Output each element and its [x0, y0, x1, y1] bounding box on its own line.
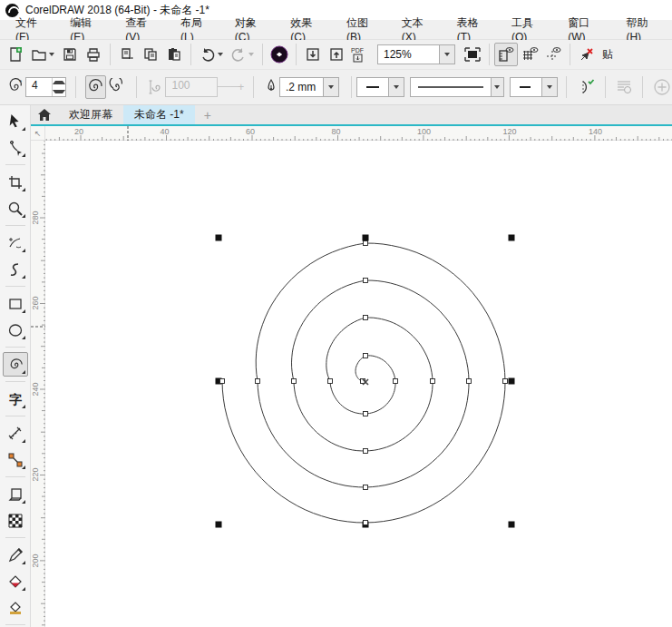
- new-document-tab-button[interactable]: +: [195, 105, 220, 124]
- zoom-level-dropdown[interactable]: [439, 45, 454, 64]
- zoom-tool[interactable]: [3, 196, 28, 220]
- top-ruler-label: 120: [502, 127, 516, 136]
- left-ruler[interactable]: 280260240220200: [31, 141, 45, 627]
- curve-node[interactable]: [394, 379, 398, 384]
- dimension-tool[interactable]: [3, 421, 28, 446]
- spiral-revolutions-value[interactable]: 4: [26, 78, 52, 96]
- arrow-start-dropdown[interactable]: [388, 78, 404, 96]
- left-ruler-label: 200: [31, 554, 40, 567]
- logarithmic-spiral-button[interactable]: [106, 75, 127, 99]
- toggle-rulers-button[interactable]: [494, 43, 518, 66]
- selection-handle[interactable]: [509, 522, 515, 528]
- arrow-start-combo[interactable]: [356, 77, 404, 97]
- outline-width-combo[interactable]: .2 mm: [279, 77, 339, 97]
- selection-handle[interactable]: [216, 522, 222, 528]
- undo-dropdown-arrow[interactable]: [218, 53, 223, 56]
- revolutions-down-button[interactable]: [53, 87, 65, 96]
- smart-fill-tool[interactable]: [3, 595, 28, 620]
- top-ruler-label: 40: [160, 127, 169, 136]
- toggle-grid-button[interactable]: [518, 43, 541, 66]
- spiral-object[interactable]: [45, 141, 672, 627]
- curve-node[interactable]: [364, 354, 368, 358]
- line-style-dropdown[interactable]: [491, 78, 503, 96]
- spiral-revolutions-spinbox[interactable]: 4: [25, 77, 66, 97]
- selection-handle[interactable]: [509, 378, 515, 385]
- selection-handle[interactable]: [509, 235, 515, 241]
- text-tool[interactable]: 字: [3, 387, 28, 411]
- top-ruler[interactable]: 20406080100120140: [45, 126, 672, 141]
- top-ruler-label: 60: [246, 127, 255, 136]
- outline-width-dropdown[interactable]: [323, 78, 338, 96]
- curve-node[interactable]: [364, 449, 368, 454]
- drop-shadow-tool[interactable]: [3, 482, 28, 506]
- freehand-tool[interactable]: [3, 230, 28, 255]
- app-window: CorelDRAW 2018 (64-Bit) - 未命名 -1* 文件(F)编…: [0, 0, 672, 627]
- curve-node[interactable]: [364, 521, 368, 525]
- curve-node[interactable]: [256, 379, 260, 384]
- curve-node[interactable]: [364, 241, 368, 246]
- selection-handle[interactable]: [216, 235, 222, 241]
- connector-tool[interactable]: [3, 447, 28, 472]
- bspline-tool[interactable]: [3, 257, 28, 281]
- eyedropper-tool[interactable]: [3, 543, 28, 567]
- ruler-origin-button[interactable]: ↖: [31, 126, 45, 141]
- undo-button[interactable]: [196, 43, 227, 66]
- rectangle-tool[interactable]: [3, 291, 28, 316]
- revolutions-up-button[interactable]: [53, 78, 65, 87]
- fullscreen-preview-button[interactable]: [461, 43, 484, 66]
- print-button[interactable]: [82, 43, 105, 66]
- shape-tool[interactable]: [3, 135, 28, 160]
- wrap-text-button[interactable]: [614, 75, 635, 99]
- curve-node[interactable]: [364, 316, 368, 320]
- search-content-button[interactable]: [268, 43, 291, 66]
- paste-button[interactable]: [162, 43, 186, 66]
- interactive-fill-tool[interactable]: [3, 569, 28, 593]
- line-style-combo[interactable]: [410, 77, 504, 97]
- curve-node[interactable]: [364, 279, 368, 283]
- pick-tool[interactable]: [3, 109, 28, 133]
- redo-dropdown-arrow[interactable]: [248, 53, 254, 56]
- curve-node[interactable]: [467, 379, 472, 384]
- zoom-level-combo[interactable]: 125%: [377, 44, 455, 64]
- left-ruler-label: 260: [31, 297, 40, 310]
- close-curve-button[interactable]: [575, 75, 597, 99]
- crop-tool[interactable]: [3, 170, 28, 194]
- zoom-level-value: 125%: [378, 48, 439, 61]
- document-tab-bar: 欢迎屏幕 未命名 -1* +: [31, 105, 672, 126]
- curve-node[interactable]: [328, 379, 333, 384]
- save-button[interactable]: [58, 43, 82, 66]
- toggle-guidelines-button[interactable]: [541, 43, 565, 66]
- ellipse-tool[interactable]: [3, 318, 28, 342]
- snap-off-button[interactable]: [575, 43, 599, 66]
- home-tab-button[interactable]: [31, 105, 58, 124]
- svg-text:字: 字: [9, 392, 22, 407]
- arrow-end-dropdown[interactable]: [541, 78, 557, 96]
- quick-customize-button[interactable]: [651, 75, 672, 99]
- curve-node[interactable]: [292, 379, 297, 384]
- redo-button[interactable]: [227, 43, 258, 66]
- open-button[interactable]: [27, 43, 58, 66]
- copy-button[interactable]: [139, 43, 162, 66]
- symmetric-spiral-button[interactable]: [85, 75, 106, 99]
- drawing-canvas[interactable]: [45, 141, 672, 627]
- selection-handle[interactable]: [363, 235, 369, 241]
- curve-node[interactable]: [364, 485, 368, 490]
- curve-node[interactable]: [431, 379, 435, 384]
- cut-button[interactable]: [115, 43, 139, 66]
- spiral-expansion-value: 100: [166, 78, 216, 96]
- outline-width-value[interactable]: .2 mm: [280, 81, 323, 93]
- tab-welcome-screen[interactable]: 欢迎屏幕: [58, 105, 123, 124]
- transparency-tool[interactable]: [3, 508, 28, 533]
- snap-menu-label[interactable]: 贴: [602, 47, 613, 63]
- curve-node[interactable]: [220, 379, 225, 384]
- publish-pdf-button[interactable]: PDF: [348, 43, 372, 66]
- arrow-end-combo[interactable]: [510, 77, 558, 97]
- import-button[interactable]: [301, 43, 325, 66]
- new-document-button[interactable]: [4, 43, 27, 66]
- open-dropdown-arrow[interactable]: [49, 53, 54, 56]
- tab-document-untitled[interactable]: 未命名 -1*: [123, 105, 195, 124]
- curve-node[interactable]: [503, 379, 508, 384]
- curve-node[interactable]: [364, 412, 368, 416]
- spiral-tool[interactable]: [3, 352, 28, 377]
- export-button[interactable]: [325, 43, 348, 66]
